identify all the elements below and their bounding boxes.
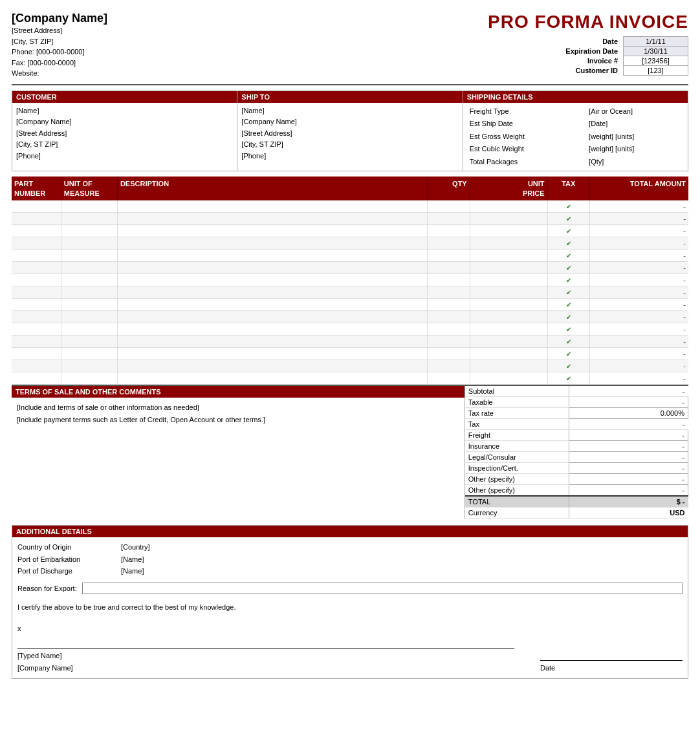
other1-row: Other (specify) -: [465, 474, 688, 485]
customer-body: [Name] [Company Name] [Street Address] […: [12, 103, 237, 165]
total-symbol: $: [677, 498, 681, 506]
tax-label: Tax: [465, 419, 569, 430]
ship-to-street: [Street Address]: [241, 128, 458, 140]
table-row: ✔-: [12, 372, 688, 385]
customer-header: CUSTOMER: [12, 91, 237, 103]
inspection-value: -: [569, 463, 688, 474]
customer-city: [City, ST ZIP]: [16, 139, 233, 151]
date-sig-line: [540, 648, 683, 661]
table-row: ✔-: [12, 213, 688, 225]
currency-value: USD: [569, 508, 688, 519]
exp-date-label: Expiration Date: [563, 47, 623, 56]
customer-col: CUSTOMER [Name] [Company Name] [Street A…: [12, 91, 237, 171]
city-state-zip: [City, ST ZIP]: [12, 36, 488, 47]
invoice-num-value: [123456]: [624, 56, 688, 66]
company-info: [Company Name] [Street Address] [City, S…: [12, 12, 488, 79]
invoice-num-label: Invoice #: [563, 56, 623, 66]
invoice-right: PRO FORMA INVOICE Date 1/1/11 Expiration…: [488, 12, 688, 76]
insurance-row: Insurance -: [465, 441, 688, 452]
header: [Company Name] [Street Address] [City, S…: [12, 12, 688, 85]
tax-rate-row: Tax rate 0.000%: [465, 408, 688, 419]
currency-label: Currency: [465, 508, 569, 519]
country-value: [Country]: [121, 541, 683, 553]
customer-street: [Street Address]: [16, 128, 233, 140]
customer-id-label: Customer ID: [563, 66, 623, 76]
freight-value: -: [569, 430, 688, 441]
totals-col: Subtotal - Taxable - Tax rate 0.000% Tax…: [465, 386, 688, 519]
additional-section: ADDITIONAL DETAILS Country of Origin [Co…: [12, 525, 688, 679]
invoice-title: PRO FORMA INVOICE: [488, 12, 688, 32]
terms-body: [Include and terms of sale or other info…: [12, 398, 465, 429]
total-value: $ -: [569, 496, 688, 508]
other1-label: Other (specify): [465, 474, 569, 485]
shipping-table: Freight Type [Air or Ocean] Est Ship Dat…: [467, 105, 684, 169]
fax: Fax: [000-000-0000]: [12, 58, 488, 69]
tax-row: Tax -: [465, 419, 688, 430]
additional-grid: Country of Origin [Country] Port of Emba…: [17, 541, 683, 577]
website: Website:: [12, 68, 488, 79]
taxable-value: -: [569, 397, 688, 408]
total-amount: -: [683, 498, 685, 506]
col-unit-of-measure: UNIT OFMEASURE: [61, 177, 117, 200]
legal-label: Legal/Consular: [465, 452, 569, 463]
table-row: ✔-: [12, 311, 688, 323]
terms-line1: [Include and terms of sale or other info…: [17, 402, 459, 414]
tax-rate-label: Tax rate: [465, 408, 569, 419]
total-row: TOTAL $ -: [465, 496, 688, 508]
ship-to-header: SHIP TO: [237, 91, 462, 103]
terms-line2: [Include payment terms such as Letter of…: [17, 414, 459, 426]
ship-to-body: [Name] [Company Name] [Street Address] […: [237, 103, 462, 165]
taxable-label: Taxable: [465, 397, 569, 408]
embarkation-value: [Name]: [121, 553, 683, 566]
ship-to-city: [City, ST ZIP]: [241, 139, 458, 151]
table-row: ✔-: [12, 237, 688, 250]
other1-value: -: [569, 474, 688, 485]
typed-company: [Company Name]: [17, 662, 514, 674]
typed-name: [Typed Name]: [17, 650, 514, 662]
freight-type-value: [Air or Ocean]: [586, 105, 684, 118]
sig-line: [17, 636, 514, 648]
taxable-row: Taxable -: [465, 397, 688, 408]
col-total-amount: TOTAL AMOUNT: [589, 177, 688, 200]
items-table: PARTNUMBER UNIT OFMEASURE DESCRIPTION QT…: [12, 177, 688, 385]
reason-label: Reason for Export:: [17, 583, 77, 595]
insurance-value: -: [569, 441, 688, 452]
date-sig-label: Date: [540, 662, 683, 674]
cubic-weight-value: [weight] [units]: [586, 143, 684, 156]
subtotal-label: Subtotal: [465, 386, 569, 397]
table-row: ✔-: [12, 250, 688, 262]
table-row: ✔-: [12, 200, 688, 213]
date-value: 1/1/11: [624, 37, 688, 47]
discharge-value: [Name]: [121, 565, 683, 577]
table-row: ✔-: [12, 225, 688, 237]
phone: Phone: [000-000-0000]: [12, 47, 488, 58]
tax-rate-value: 0.000%: [569, 408, 688, 419]
table-row: ✔-: [12, 348, 688, 360]
customer-name: [Name]: [16, 105, 233, 117]
col-unit-price: UNITPRICE: [470, 177, 547, 200]
ship-to-phone: [Phone]: [241, 151, 458, 162]
sig-block-right: Date: [540, 648, 683, 674]
additional-header: ADDITIONAL DETAILS: [12, 526, 688, 537]
shipping-details-col: SHIPPING DETAILS Freight Type [Air or Oc…: [463, 91, 688, 171]
exp-date-value: 1/30/11: [624, 47, 688, 56]
legal-value: -: [569, 452, 688, 463]
customer-company: [Company Name]: [16, 116, 233, 128]
signature-section: x [Typed Name] [Company Name] Date: [17, 623, 683, 674]
other2-label: Other (specify): [465, 485, 569, 497]
freight-label: Freight: [465, 430, 569, 441]
col-tax: TAX: [547, 177, 589, 200]
invoice-meta-table: Date 1/1/11 Expiration Date 1/30/11 Invo…: [563, 36, 688, 76]
col-part-number: PARTNUMBER: [12, 177, 61, 200]
freight-row: Freight -: [465, 430, 688, 441]
ship-date-value: [Date]: [586, 118, 684, 131]
col-qty: QTY: [428, 177, 470, 200]
ship-to-col: SHIP TO [Name] [Company Name] [Street Ad…: [237, 91, 463, 171]
total-label: TOTAL: [465, 496, 569, 508]
subtotal-row: Subtotal -: [465, 386, 688, 397]
street-address: [Street Address]: [12, 25, 488, 36]
reason-input[interactable]: [82, 583, 683, 594]
subtotal-value: -: [569, 386, 688, 397]
gross-weight-value: [weight] [units]: [586, 131, 684, 144]
other2-value: -: [569, 485, 688, 497]
